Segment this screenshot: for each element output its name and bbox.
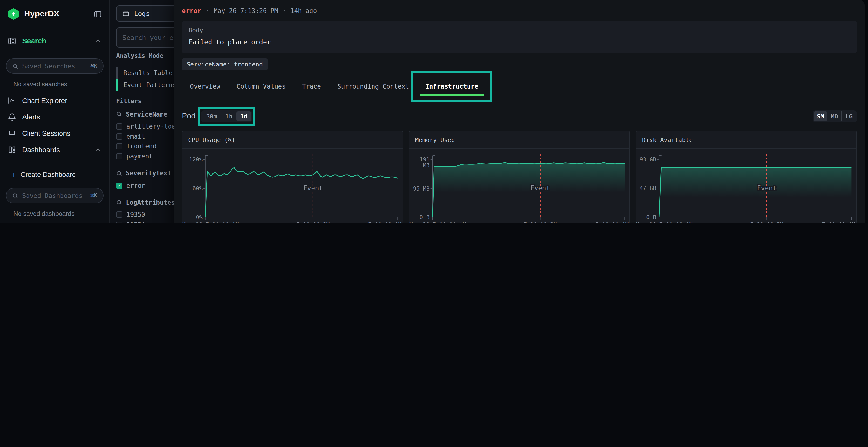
svg-text:7:30:00 PM: 7:30:00 PM: [296, 221, 330, 224]
svg-text:95 MB: 95 MB: [413, 185, 429, 192]
tab-trace[interactable]: Trace: [294, 77, 329, 96]
app-title: HyperDX: [24, 9, 59, 19]
tab-label: Infrastructure: [425, 82, 478, 90]
pod-heading: Pod: [182, 112, 195, 121]
search-icon: [12, 193, 18, 199]
sidebar-item-alerts[interactable]: Alerts: [0, 109, 110, 125]
checkbox[interactable]: [116, 212, 123, 218]
chart-line-icon: [8, 96, 17, 105]
search-icon: [116, 171, 122, 176]
svg-text:May 26 7:00:00 AM: May 26 7:00:00 AM: [409, 221, 466, 224]
event-header: error · May 26 7:13:26 PM · 14h ago: [182, 6, 857, 15]
sidebar-item-label: Chart Explorer: [22, 97, 67, 105]
svg-text:May 26 7:00:00 AM: May 26 7:00:00 AM: [636, 221, 693, 224]
create-dashboard-button[interactable]: + Create Dashboard: [0, 167, 110, 182]
saved-dashboards-placeholder: Saved Dashboards: [22, 192, 83, 199]
svg-text:May 26 7:00:00 AM: May 26 7:00:00 AM: [182, 221, 239, 224]
svg-text:7:30:00 PM: 7:30:00 PM: [523, 221, 557, 224]
search-icon: [116, 111, 122, 117]
sidebar-collapse-icon[interactable]: [94, 10, 102, 18]
event-relative-time: 14h ago: [290, 7, 317, 14]
filter-group-name: ServiceName: [126, 110, 167, 118]
event-timestamp: May 26 7:13:26 PM: [214, 7, 278, 14]
chart-cpu-usage: 120%60%0%May 26 7:00:00 AM7:30:00 PM7:00…: [182, 149, 402, 224]
pod-range-30m[interactable]: 30m: [202, 111, 221, 121]
hyperdx-app: HyperDX Search Saved Searches ⌘K No save…: [0, 0, 868, 224]
sidebar-item-label: Dashboards: [22, 146, 60, 153]
saved-searches-input[interactable]: Saved Searches ⌘K: [6, 58, 104, 74]
checkbox[interactable]: [116, 133, 123, 139]
chevron-up-icon[interactable]: [95, 37, 102, 44]
event-detail-drawer: error · May 26 7:13:26 PM · 14h ago Body…: [174, 0, 865, 224]
shortcut-hint: ⌘K: [90, 63, 97, 69]
svg-text:7:00:00 AM: 7:00:00 AM: [595, 221, 628, 224]
svg-text:7:00:00 AM: 7:00:00 AM: [822, 221, 856, 224]
pod-size-sm[interactable]: SM: [813, 111, 828, 121]
svg-text:7:00:00 AM: 7:00:00 AM: [368, 221, 401, 224]
checkbox[interactable]: [116, 143, 123, 149]
chart-memory-used: 191MB95 MB0 BMay 26 7:00:00 AM7:30:00 PM…: [409, 149, 629, 224]
svg-text:0 B: 0 B: [646, 214, 656, 220]
laptop-icon: [8, 129, 17, 138]
filter-value-label: email: [126, 133, 145, 140]
sidebar: HyperDX Search Saved Searches ⌘K No save…: [0, 0, 110, 224]
sidebar-search-label: Search: [22, 37, 46, 45]
svg-text:Event: Event: [757, 184, 777, 192]
pod-size-lg[interactable]: LG: [841, 111, 856, 121]
layout-dashboard-icon: [8, 145, 17, 154]
tab-overview[interactable]: Overview: [182, 77, 228, 96]
filter-group-name: LogAttributes: [126, 199, 175, 206]
pod-charts-grid: CPU Usage (%)120%60%0%May 26 7:00:00 AM7…: [182, 131, 857, 224]
shortcut-hint: ⌘K: [90, 192, 97, 199]
svg-text:0%: 0%: [196, 214, 203, 220]
chart-title: Disk Available: [636, 132, 857, 149]
chart-title: CPU Usage (%): [182, 132, 402, 149]
tab-label: Surrounding Context: [337, 82, 409, 90]
severity-badge: error: [182, 7, 201, 14]
chart-card-pod-disk-available: Disk Available93 GB47 GB0 BMay 26 7:00:0…: [636, 131, 857, 224]
pod-size-control: SMMDLG: [812, 110, 857, 122]
sidebar-item-client-sessions[interactable]: Client Sessions: [0, 125, 110, 142]
checkbox[interactable]: [116, 153, 123, 160]
chart-card-pod-cpu-usage: CPU Usage (%)120%60%0%May 26 7:00:00 AM7…: [182, 131, 403, 224]
svg-text:120%: 120%: [189, 156, 203, 163]
analysis-mode-label-text: Results Table: [123, 69, 173, 77]
body-label: Body: [189, 27, 850, 34]
checkbox[interactable]: [116, 221, 123, 224]
event-detail-tabs: OverviewColumn ValuesTraceSurrounding Co…: [182, 77, 857, 96]
sidebar-item-label: Client Sessions: [22, 130, 70, 137]
filter-value-label: error: [126, 182, 145, 189]
analysis-mode-label: Analysis Mode: [116, 52, 163, 59]
chart-title: Memory Used: [409, 132, 629, 149]
sidebar-item-search[interactable]: Search: [0, 30, 110, 52]
tab-column-values[interactable]: Column Values: [228, 77, 294, 96]
sidebar-item-dashboards[interactable]: Dashboards: [0, 142, 110, 158]
svg-text:Event: Event: [303, 184, 323, 192]
search-icon: [12, 63, 18, 69]
pod-range-1h[interactable]: 1h: [221, 111, 236, 121]
chevron-up-icon: [95, 146, 102, 153]
filter-value-label: 21734: [126, 221, 145, 224]
tab-infrastructure[interactable]: Infrastructure: [417, 77, 486, 96]
pod-time-range-control: 30m1h1d: [201, 110, 252, 122]
saved-dashboards-input[interactable]: Saved Dashboards ⌘K: [6, 188, 104, 203]
event-search-placeholder: Search your e: [123, 34, 173, 41]
body-value: Failed to place order: [189, 38, 850, 46]
chart-card-pod-memory-used: Memory Used191MB95 MB0 BMay 26 7:00:00 A…: [409, 131, 630, 224]
checkbox[interactable]: [116, 123, 123, 130]
tab-label: Column Values: [237, 82, 286, 90]
logo-row: HyperDX: [0, 0, 110, 28]
checkbox[interactable]: ✓: [116, 182, 123, 188]
event-body-card: Body Failed to place order: [182, 21, 857, 53]
pod-size-md[interactable]: MD: [828, 111, 841, 121]
logs-source-icon: [122, 10, 130, 18]
sidebar-item-chart-explorer[interactable]: Chart Explorer: [0, 93, 110, 109]
pod-section-header: Pod 30m1h1d SMMDLG: [182, 106, 857, 126]
filter-value-label: 19350: [126, 211, 145, 218]
search-section-icon: [8, 36, 17, 45]
service-name-tag[interactable]: ServiceName: frontend: [182, 58, 268, 70]
source-select-label: Logs: [134, 10, 150, 18]
tab-surrounding-context[interactable]: Surrounding Context: [329, 77, 417, 96]
pod-range-1d[interactable]: 1d: [236, 111, 251, 121]
svg-text:7:30:00 PM: 7:30:00 PM: [750, 221, 784, 224]
